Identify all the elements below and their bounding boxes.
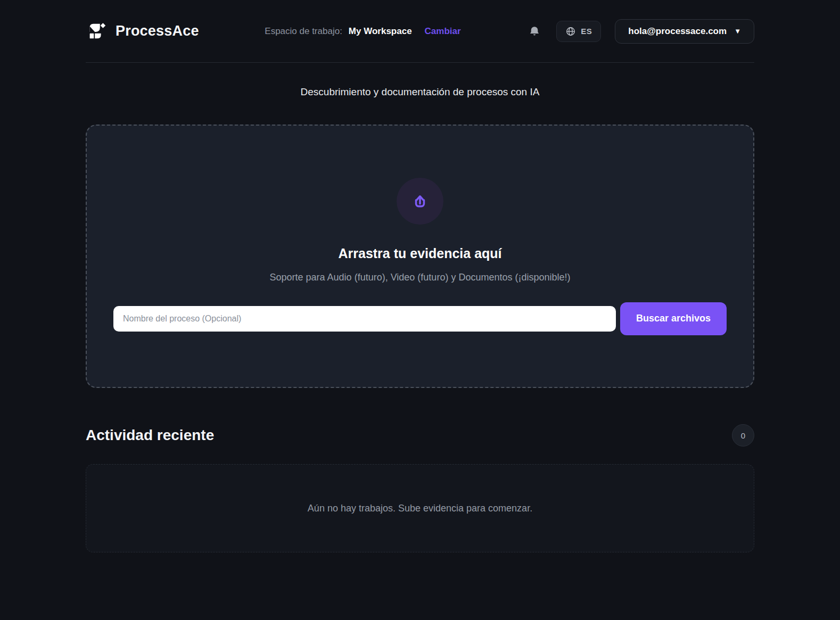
dropzone-subtitle: Soporte para Audio (futuro), Video (futu… bbox=[270, 272, 571, 283]
workspace-switcher: Espacio de trabajo: My Workspace Cambiar bbox=[265, 26, 460, 37]
brand-name: ProcessAce bbox=[116, 23, 199, 39]
account-menu-button[interactable]: hola@processace.com ▼ bbox=[615, 19, 754, 44]
upload-icon-circle bbox=[397, 178, 443, 225]
upload-form-row: Buscar archivos bbox=[113, 302, 727, 335]
activity-count-badge: 0 bbox=[732, 424, 754, 447]
header-actions: ES hola@processace.com ▼ bbox=[526, 19, 754, 44]
change-workspace-link[interactable]: Cambiar bbox=[425, 26, 461, 37]
account-email: hola@processace.com bbox=[628, 26, 727, 37]
upload-icon bbox=[410, 191, 430, 211]
notifications-button[interactable] bbox=[526, 23, 542, 39]
bell-icon bbox=[529, 26, 540, 37]
main-content: Descubrimiento y documentación de proces… bbox=[86, 86, 754, 552]
evidence-dropzone[interactable]: Arrastra tu evidencia aquí Soporte para … bbox=[86, 125, 754, 388]
app-header: ProcessAce Espacio de trabajo: My Worksp… bbox=[86, 0, 754, 63]
process-name-input[interactable] bbox=[113, 306, 616, 332]
workspace-label: Espacio de trabajo: bbox=[265, 26, 342, 37]
language-code: ES bbox=[581, 27, 592, 36]
browse-files-button[interactable]: Buscar archivos bbox=[620, 302, 727, 335]
activity-title: Actividad reciente bbox=[86, 427, 214, 444]
activity-section-header: Actividad reciente 0 bbox=[86, 424, 754, 447]
workspace-name: My Workspace bbox=[349, 26, 412, 37]
brand-logo-link[interactable]: ProcessAce bbox=[86, 20, 199, 43]
page-subtitle: Descubrimiento y documentación de proces… bbox=[86, 86, 754, 98]
dropzone-title: Arrastra tu evidencia aquí bbox=[338, 246, 501, 261]
activity-empty-message: Aún no hay trabajos. Sube evidencia para… bbox=[308, 503, 532, 514]
activity-empty-state: Aún no hay trabajos. Sube evidencia para… bbox=[86, 464, 754, 552]
processace-logo-icon bbox=[86, 20, 108, 43]
globe-icon bbox=[565, 26, 576, 37]
caret-down-icon: ▼ bbox=[734, 27, 741, 35]
language-selector-button[interactable]: ES bbox=[556, 21, 601, 42]
